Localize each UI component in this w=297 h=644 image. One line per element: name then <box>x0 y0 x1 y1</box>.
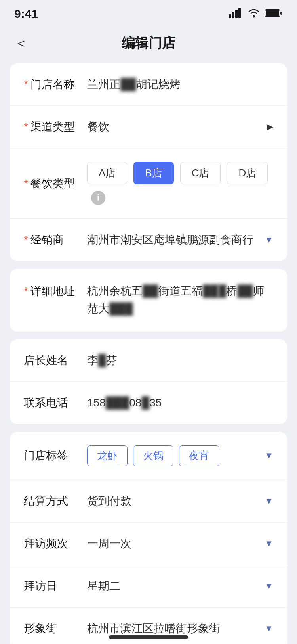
phone-label: 联系电话 <box>24 395 87 410</box>
required-star: * <box>24 78 28 91</box>
page-title: 编辑门店 <box>122 34 175 52</box>
channel-type-arrow-icon: ▶ <box>267 122 273 132</box>
svg-point-4 <box>253 16 255 18</box>
visit-day-row[interactable]: 拜访日 星期二 ▼ <box>10 565 287 608</box>
extended-info-card: 门店标签 龙虾 火锅 夜宵 ▼ 结算方式 货到付款 ▼ 拜访频次 一周一次 ▼ … <box>10 432 287 644</box>
visit-freq-row[interactable]: 拜访频次 一周一次 ▼ <box>10 523 287 565</box>
visit-day-value: 星期二 <box>87 579 261 594</box>
signal-icon <box>229 8 243 20</box>
info-icon[interactable]: i <box>91 191 105 205</box>
phone-value[interactable]: 158███08█35 <box>87 397 273 409</box>
status-bar: 9:41 <box>0 0 297 25</box>
manager-info-card: 店长姓名 李█芬 联系电话 158███08█35 <box>10 339 287 424</box>
tags-row[interactable]: 门店标签 龙虾 火锅 夜宵 ▼ <box>10 432 287 480</box>
distributor-row[interactable]: * 经销商 潮州市潮安区庵埠镇鹏源副食商行 ▼ <box>10 219 287 261</box>
visit-day-dropdown-icon: ▼ <box>265 581 273 591</box>
svg-rect-2 <box>235 10 238 18</box>
visit-freq-dropdown-icon: ▼ <box>265 539 273 549</box>
store-name-row[interactable]: * 门店名称 兰州正██胡记烧烤 <box>10 63 287 106</box>
settlement-label: 结算方式 <box>24 494 87 509</box>
header: ＜ 编辑门店 <box>0 25 297 63</box>
tag-longxia[interactable]: 龙虾 <box>87 445 128 466</box>
back-button[interactable]: ＜ <box>14 33 32 54</box>
svg-rect-1 <box>232 12 234 18</box>
type-b-button[interactable]: B店 <box>133 162 173 184</box>
visit-freq-value: 一周一次 <box>87 536 261 551</box>
type-a-button[interactable]: A店 <box>87 162 127 184</box>
address-value[interactable]: 杭州余杭五██街道五福███桥██师范大███ <box>87 282 273 318</box>
address-label: * 详细地址 <box>24 282 87 299</box>
visit-day-label: 拜访日 <box>24 579 87 594</box>
image-street-value: 杭州市滨江区拉嗜街形象街 <box>87 621 261 636</box>
type-c-button[interactable]: C店 <box>180 162 221 184</box>
svg-rect-7 <box>280 12 282 15</box>
channel-type-value: 餐饮 <box>87 119 263 134</box>
restaurant-type-buttons: A店 B店 C店 D店 i <box>87 162 273 205</box>
manager-name-label: 店长姓名 <box>24 353 87 368</box>
status-time: 9:41 <box>14 7 38 21</box>
wifi-icon <box>247 8 261 20</box>
type-d-button[interactable]: D店 <box>227 162 268 184</box>
svg-rect-0 <box>229 14 231 18</box>
settlement-row[interactable]: 结算方式 货到付款 ▼ <box>10 480 287 523</box>
distributor-value: 潮州市潮安区庵埠镇鹏源副食商行 <box>87 232 261 247</box>
tags-dropdown-icon: ▼ <box>265 450 273 461</box>
battery-icon <box>265 8 283 19</box>
status-icons <box>229 8 283 20</box>
phone-row[interactable]: 联系电话 158███08█35 <box>10 382 287 424</box>
channel-type-row[interactable]: * 渠道类型 餐饮 ▶ <box>10 106 287 148</box>
address-row[interactable]: * 详细地址 杭州余杭五██街道五福███桥██师范大███ <box>10 269 287 332</box>
settlement-value: 货到付款 <box>87 494 261 509</box>
store-name-value[interactable]: 兰州正██胡记烧烤 <box>87 77 273 92</box>
visit-freq-label: 拜访频次 <box>24 536 87 551</box>
channel-type-label: * 渠道类型 <box>24 119 87 134</box>
restaurant-type-row: * 餐饮类型 A店 B店 C店 D店 i <box>10 148 287 219</box>
tags-label: 门店标签 <box>24 448 87 463</box>
store-name-label: * 门店名称 <box>24 77 87 92</box>
image-street-dropdown-icon: ▼ <box>265 623 273 634</box>
distributor-label: * 经销商 <box>24 232 87 247</box>
settlement-dropdown-icon: ▼ <box>265 496 273 506</box>
basic-info-card: * 门店名称 兰州正██胡记烧烤 * 渠道类型 餐饮 ▶ * 餐饮类型 A店 B… <box>10 63 287 261</box>
restaurant-type-label: * 餐饮类型 <box>24 176 87 191</box>
svg-rect-3 <box>238 8 241 18</box>
svg-rect-6 <box>266 10 279 16</box>
manager-name-value[interactable]: 李█芬 <box>87 353 273 368</box>
address-card: * 详细地址 杭州余杭五██街道五福███桥██师范大███ <box>10 269 287 332</box>
distributor-dropdown-icon: ▼ <box>265 235 273 245</box>
image-street-label: 形象街 <box>24 621 87 636</box>
tag-huoguo[interactable]: 火锅 <box>133 445 173 466</box>
home-indicator <box>109 635 188 639</box>
tag-yexiao[interactable]: 夜宵 <box>179 445 219 466</box>
tags-container: 龙虾 火锅 夜宵 <box>87 445 261 466</box>
manager-name-row[interactable]: 店长姓名 李█芬 <box>10 339 287 382</box>
